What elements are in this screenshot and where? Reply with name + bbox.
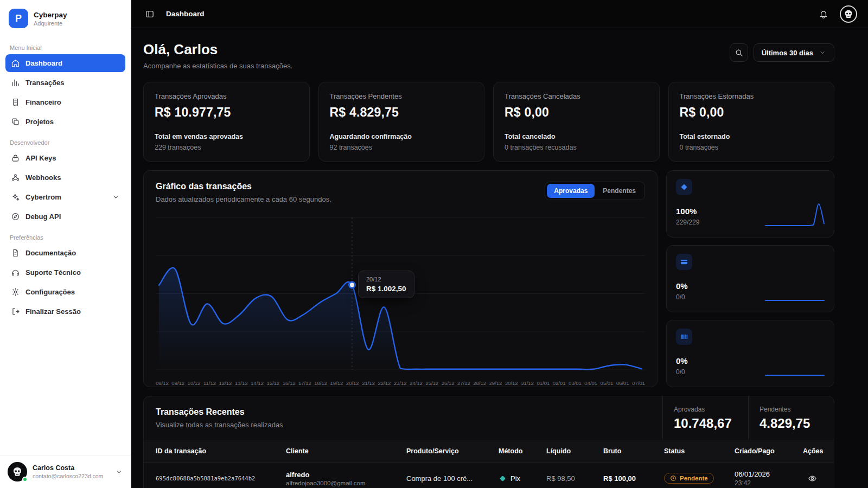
stat-card-transacoes-aprovadas: Transações Aprovadas R$ 10.977,75 Total … [143, 82, 310, 162]
status-cell: Pendente [659, 473, 729, 484]
cardi-icon [680, 258, 688, 266]
x-tick: 20/12 [346, 380, 359, 386]
tab-aprovadas[interactable]: Aprovadas [547, 184, 595, 198]
sidebar-item-label: Projetos [25, 118, 54, 126]
view-transaction-button[interactable] [805, 471, 820, 486]
sidebar-item-transacoes[interactable]: Transações [5, 74, 125, 92]
x-tick: 24/12 [410, 380, 423, 386]
x-tick: 25/12 [425, 380, 438, 386]
stat-caption: Total estornado [680, 133, 824, 140]
home-icon [11, 59, 20, 68]
line-chart[interactable]: 20/12 R$ 1.002,50 [156, 212, 645, 375]
table-body: 695dc80688a5b5081a9eb2a7644b2 alfredoalf… [144, 463, 834, 488]
sidebar-item-documentacao[interactable]: Documentação [5, 244, 125, 262]
gear-icon [11, 287, 20, 297]
skull-icon [843, 9, 854, 20]
summary-aprovadas: Aprovadas 10.748,67 [662, 396, 748, 440]
clock-icon [670, 475, 676, 481]
sidebar-item-cybertrom[interactable]: Cybertrom [5, 188, 125, 206]
transactions-chart-card: Gráfico das transações Dados atualizados… [143, 170, 658, 387]
x-tick: 02/01 [553, 380, 566, 386]
user-name: Carlos Costa [33, 464, 110, 472]
stat-value: R$ 0,00 [505, 105, 648, 120]
status-badge: Pendente [664, 473, 714, 484]
user-menu[interactable]: Carlos Costa contato@carlosco223d.com [0, 455, 131, 488]
user-email: contato@carlosco223d.com [33, 473, 110, 479]
side-metric-card-2: 0% 0/0 [666, 245, 834, 312]
brand-logo-icon: P [9, 9, 28, 28]
online-status-dot [22, 477, 28, 482]
x-tick: 14/12 [251, 380, 264, 386]
x-tick: 29/12 [489, 380, 502, 386]
x-axis-labels: 08/1209/1210/1211/1212/1213/1214/1215/12… [156, 380, 645, 386]
x-tick: 01/01 [537, 380, 550, 386]
summary-label: Pendentes [760, 406, 820, 413]
x-tick: 21/12 [362, 380, 375, 386]
table-header: ID da transaçãoClienteProduto/ServiçoMét… [144, 440, 834, 463]
barcode-icon [680, 332, 688, 341]
column-header-bruto: Bruto [598, 447, 659, 455]
sidebar-nav: Menu InicialDashboardTransaçõesFinanceir… [0, 34, 131, 455]
sidebar-item-api-keys[interactable]: API Keys [5, 149, 125, 167]
page-subtitle: Acompanhe as estatísticas de suas transa… [143, 62, 292, 70]
method-cell: Pix [493, 474, 541, 483]
stat-sub: 0 transações [680, 144, 824, 151]
sidebar-item-projetos[interactable]: Projetos [5, 113, 125, 131]
x-tick: 15/12 [266, 380, 279, 386]
sidebar-item-financeiro[interactable]: Financeiro [5, 93, 125, 111]
transaction-id: 695dc80688a5b5081a9eb2a7644b2 [144, 475, 280, 481]
x-tick: 07/01 [632, 380, 645, 386]
x-tick: 28/12 [473, 380, 486, 386]
eye-icon [808, 474, 817, 483]
stat-title: Transações Estornadas [680, 92, 824, 100]
x-tick: 10/12 [188, 380, 201, 386]
main-area: Dashboard Olá, Carlos Acompanhe as estat… [131, 0, 868, 488]
summary-pendentes: Pendentes 4.829,75 [748, 396, 834, 440]
search-button[interactable] [730, 43, 748, 62]
column-header-criado-pago: Criado/Pago [729, 447, 797, 455]
gem-icon [680, 183, 688, 191]
x-tick: 09/12 [171, 380, 184, 386]
chart-title: Gráfico das transações [156, 182, 331, 191]
date-range-label: Últimos 30 dias [762, 49, 813, 57]
stat-card-transacoes-pendentes: Transações Pendentes R$ 4.829,75 Aguarda… [318, 82, 485, 162]
sidebar-item-suporte-tecnico[interactable]: Suporte Técnico [5, 264, 125, 281]
sidebar-toggle-button[interactable] [142, 7, 157, 22]
x-tick: 18/12 [314, 380, 327, 386]
page-greeting: Olá, Carlos [143, 41, 292, 58]
x-tick: 30/12 [505, 380, 518, 386]
x-tick: 22/12 [378, 380, 391, 386]
notifications-button[interactable] [816, 7, 831, 22]
receipt-icon [11, 98, 20, 107]
sidebar-item-finalizar-sessao[interactable]: Finalizar Sessão [5, 303, 125, 320]
sidebar-item-webhooks[interactable]: Webhooks [5, 169, 125, 187]
topbar-avatar[interactable] [840, 5, 857, 23]
side-cards: 100% 229/229 0% 0/0 0% 0/0 [666, 170, 834, 387]
date-range-select[interactable]: Últimos 30 dias [754, 43, 834, 62]
x-tick: 23/12 [394, 380, 407, 386]
sparkline [764, 202, 825, 228]
sidebar: P Cyberpay Adquirente Menu InicialDashbo… [0, 0, 131, 488]
sparkline [764, 352, 825, 378]
tab-pendentes[interactable]: Pendentes [596, 184, 643, 198]
x-tick: 16/12 [283, 380, 296, 386]
sidebar-item-configuracoes[interactable]: Configurações [5, 283, 125, 301]
stat-caption: Total cancelado [505, 133, 648, 140]
chevron-down-icon [819, 49, 826, 56]
sidebar-item-debug-api[interactable]: Debug API [5, 208, 125, 226]
recent-title: Transações Recentes [156, 407, 283, 417]
brand-name: Cyberpay [34, 11, 67, 19]
net-amount: R$ 98,50 [541, 474, 598, 483]
product-cell: Compra de 100 cré... [401, 474, 493, 483]
x-tick: 03/01 [569, 380, 582, 386]
chevron-down-icon [115, 468, 123, 476]
topbar: Dashboard [131, 0, 868, 28]
x-tick: 13/12 [235, 380, 248, 386]
sidebar-item-dashboard[interactable]: Dashboard [5, 54, 125, 72]
nav-section-desenvolvedor: Desenvolvedor [10, 139, 121, 146]
logout-icon [11, 307, 20, 316]
stat-value: R$ 10.977,75 [155, 105, 298, 120]
sidebar-item-label: Finalizar Sessão [25, 307, 81, 316]
content: Olá, Carlos Acompanhe as estatísticas de… [131, 28, 868, 488]
metric-tile [676, 329, 692, 345]
